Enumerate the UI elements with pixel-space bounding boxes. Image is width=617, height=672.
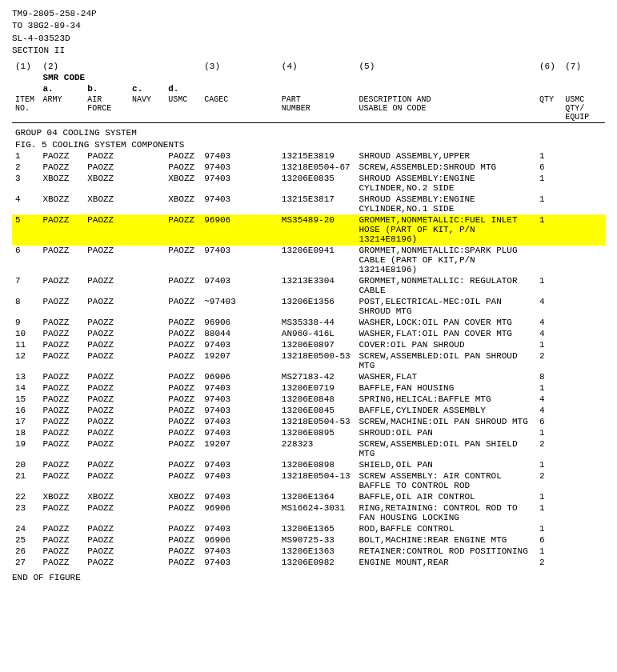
qty-cell: 2 [536,470,562,491]
description-cell: SCREW,ASSEMBLED:OIL PAN SHIELD MTG [356,438,537,459]
item-number: 9 [12,317,39,328]
part-number-cell: 13206E0719 [278,382,356,394]
item-number: 11 [12,339,39,350]
table-row: 21PAOZZPAOZZPAOZZ9740313218E0504-13SCREW… [12,470,605,491]
item-number: 26 [12,546,39,557]
part-number-cell: MS90725-33 [278,534,356,546]
qty-cell: 2 [536,557,562,568]
parts-table: (1) (2) (3) (4) (5) (6) (7) SMR CODE a. … [12,61,605,568]
col2b-label [84,61,129,72]
part-number-cell: 13206E1365 [278,523,356,534]
table-row: 13PAOZZPAOZZPAOZZ96906MS27183-42WASHER,F… [12,371,605,382]
table-row: 27PAOZZPAOZZPAOZZ9740313206E0982ENGINE M… [12,557,605,568]
description-cell: WASHER,LOCK:OIL PAN COVER MTG [356,317,537,328]
qty-cell [536,245,562,275]
table-row: 19PAOZZPAOZZPAOZZ19207228323SCREW,ASSEMB… [12,438,605,459]
item-number: 12 [12,350,39,371]
navy-header: NAVY [129,94,165,123]
col-numbers-row: (1) (2) (3) (4) (5) (6) (7) [12,61,605,72]
part-number-header: PARTNUMBER [278,94,356,123]
item-number: 22 [12,491,39,502]
end-of-figure: END OF FIGURE [12,568,605,582]
table-row: 23PAOZZPAOZZPAOZZ96906MS16624-3031RING,R… [12,502,605,523]
item-number: 8 [12,296,39,317]
col6-label: (6) [536,61,562,72]
item-number: 19 [12,438,39,459]
usmc-qty-label [562,83,605,94]
item-number: 14 [12,382,39,394]
description-cell: RING,RETAINING: CONTROL ROD TO FAN HOUSI… [356,502,537,523]
description-cell: GROMMET,NONMETALLIC:SPARK PLUG CABLE (PA… [356,245,537,275]
part-number-cell: 13206E0982 [278,557,356,568]
col1-label: (1) [12,61,39,72]
part-number-cell: 13206E0895 [278,427,356,438]
description-cell: BOLT,MACHINE:REAR ENGINE MTG [356,534,537,546]
army-header: ARMY [39,94,84,123]
smr-label: SMR CODE [39,72,201,83]
cagec-header: CAGEC [201,94,278,123]
usmc-equip-header: USMCQTY/EQUIP [562,94,605,123]
table-row: 14PAOZZPAOZZPAOZZ9740313206E0719BAFFLE,F… [12,382,605,394]
sub-d-label: d. [165,83,201,94]
table-row: 2PAOZZPAOZZPAOZZ9740313218E0504-67SCREW,… [12,162,605,173]
description-cell: WASHER,FLAT:OIL PAN COVER MTG [356,328,537,339]
description-cell: SHIELD,OIL PAN [356,459,537,470]
part-number-cell: 13218E0504-67 [278,162,356,173]
item-number: 3 [12,173,39,194]
part-number-cell: 13206E0941 [278,245,356,275]
qty-cell: 1 [536,491,562,502]
item-number: 10 [12,328,39,339]
table-row: 3XBOZZXBOZZXBOZZ9740313206E0835SHROUD AS… [12,173,605,194]
part-number-cell: 13206E0845 [278,405,356,416]
item-number: 15 [12,394,39,405]
header-line4: SECTION II [12,45,605,57]
description-cell: SCREW,ASSEMBLED:OIL PAN SHROUD MTG [356,350,537,371]
table-row: 26PAOZZPAOZZPAOZZ9740313206E1363RETAINER… [12,546,605,557]
description-cell: COVER:OIL PAN SHROUD [356,339,537,350]
col2-label: (2) [39,61,84,72]
item-number: 25 [12,534,39,546]
qty-cell: 1 [536,459,562,470]
description-cell: SCREW,ASSEMBLED:SHROUD MTG [356,162,537,173]
qty-cell: 1 [536,339,562,350]
part-number-cell: MS35338-44 [278,317,356,328]
table-row: 17PAOZZPAOZZPAOZZ9740313218E0504-53SCREW… [12,416,605,427]
table-row: 1PAOZZPAOZZPAOZZ9740313215E3819SHROUD AS… [12,150,605,162]
document-header: TM9-2805-258-24P TO 38G2-89-34 SL-4-0352… [12,8,605,58]
item-number: 20 [12,459,39,470]
qty-cell: 1 [536,427,562,438]
col5-label: (5) [356,61,537,72]
qty-cell: 8 [536,371,562,382]
table-row: 22XBOZZXBOZZXBOZZ9740313206E1364BAFFLE,O… [12,491,605,502]
group-header-text: GROUP 04 COOLING SYSTEM [12,122,605,139]
qty-cell: 6 [536,162,562,173]
table-row: 5PAOZZPAOZZPAOZZ96906MS35489-20GROMMET,N… [12,214,605,245]
sub-labels-row: a. b. c. d. [12,83,605,94]
qty-header: QTY [536,94,562,123]
description-cell: ENGINE MOUNT,REAR [356,557,537,568]
part-number-cell: 13213E3304 [278,275,356,296]
air-force-header: AIRFORCE [84,94,129,123]
item-number: 27 [12,557,39,568]
sub-b-label: b. [84,83,129,94]
usmc-header: USMC [165,94,201,123]
table-row: 8PAOZZPAOZZPAOZZ~9740313206E1356POST,ELE… [12,296,605,317]
qty-cell: 1 [536,546,562,557]
description-cell: BAFFLE,OIL AIR CONTROL [356,491,537,502]
part-number-cell: 13206E1364 [278,491,356,502]
table-row: 7PAOZZPAOZZPAOZZ9740313213E3304GROMMET,N… [12,275,605,296]
part-number-cell: 13218E0504-13 [278,470,356,491]
part-number-cell: 13206E1356 [278,296,356,317]
col4-label: (4) [278,61,356,72]
table-row: 20PAOZZPAOZZPAOZZ9740313206E0898SHIELD,O… [12,459,605,470]
qty-cell: 6 [536,416,562,427]
description-cell: ROD,BAFFLE CONTROL [356,523,537,534]
table-row: 15PAOZZPAOZZPAOZZ9740313206E0848SPRING,H… [12,394,605,405]
description-cell: BAFFLE,CYLINDER ASSEMBLY [356,405,537,416]
table-row: 6PAOZZPAOZZPAOZZ9740313206E0941GROMMET,N… [12,245,605,275]
part-number-cell: 13218E0500-53 [278,350,356,371]
qty-cell: 1 [536,173,562,194]
qty-cell: 1 [536,275,562,296]
part-number-cell: MS27183-42 [278,371,356,382]
col2d-label [165,61,201,72]
